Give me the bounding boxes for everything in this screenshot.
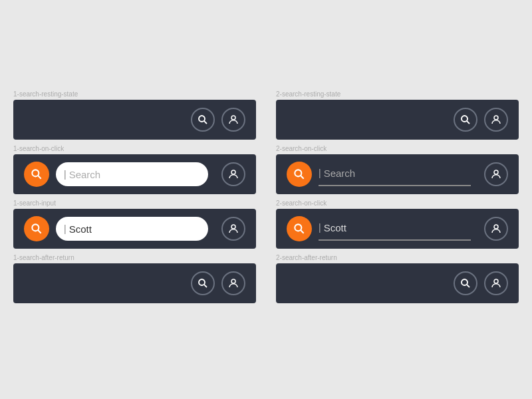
avatar-icon [227,277,239,289]
svg-point-6 [32,170,39,176]
svg-point-23 [494,279,498,283]
search-orange-btn-1-onclick[interactable] [24,162,49,187]
section-2-input: 2-search-on-click | Scott [276,200,519,249]
navbar-1-onclick: | Search [13,154,256,194]
avatar-icon-btn-2-onclick[interactable] [484,162,508,186]
section-2-resting: 2-search-resting-state [276,90,519,140]
search-icon [460,277,471,289]
search-input-1-typed[interactable]: | Scott [56,217,208,241]
input-value-1: Scott [69,223,92,235]
section-1-after-return: 1-search-after-return [13,254,256,303]
navbar-1-input: | Scott [13,209,256,249]
placeholder-2-onclick: Search [324,168,356,179]
section-label-1-after-return: 1-search-after-return [13,254,256,261]
search-icon-btn-2-resting[interactable] [454,108,477,132]
navbar-2-after-return [276,263,519,303]
search-icon [30,168,43,181]
search-icon-btn-2-after[interactable] [454,271,477,295]
input-value-2: Scott [324,222,346,233]
svg-line-10 [301,176,304,179]
search-orange-btn-2-input[interactable] [287,216,312,241]
svg-point-21 [462,279,467,285]
search-orange-btn-1-input[interactable] [24,216,49,241]
section-label-2-after-return: 2-search-after-return [276,254,519,261]
resting-icons-1 [184,108,245,132]
svg-point-9 [295,170,301,176]
svg-point-15 [295,224,301,231]
avatar-icon-btn-1-after[interactable] [221,271,245,295]
avatar-icon [490,114,502,126]
svg-point-8 [231,170,235,174]
svg-point-18 [199,279,205,285]
svg-point-11 [494,170,498,174]
svg-point-5 [494,116,498,120]
svg-line-13 [38,230,41,233]
avatar-icon-btn-2-after[interactable] [484,271,508,295]
avatar-icon [227,223,239,235]
section-label-1-input: 1-search-input [13,200,256,207]
svg-line-22 [467,285,469,287]
svg-line-16 [301,230,304,233]
section-label-1-onclick: 1-search-on-click [13,145,256,152]
navbar-2-onclick: | Search [276,154,519,194]
section-label-2-resting: 2-search-resting-state [276,90,519,98]
avatar-icon [490,223,502,235]
search-icon-btn-1-resting[interactable] [191,108,215,132]
resting-icons-2-after [447,271,508,295]
svg-line-1 [204,121,207,124]
resting-icons-1-after [184,271,245,295]
avatar-icon-btn-2-resting[interactable] [484,108,508,132]
search-icon [30,222,43,235]
placeholder-1-onclick: Search [69,169,101,180]
search-icon [197,114,209,126]
svg-point-0 [199,116,205,122]
navbar-2-input: | Scott [276,209,519,249]
svg-point-3 [462,116,467,122]
search-icon [197,277,209,289]
section-2-after-return: 2-search-after-return [276,254,519,303]
svg-line-19 [204,285,207,287]
section-label-2-input: 2-search-on-click [276,200,519,207]
avatar-icon-btn-1-input[interactable] [221,217,245,241]
search-icon-btn-1-after[interactable] [191,271,215,295]
avatar-icon [227,168,239,180]
avatar-icon [490,277,502,289]
cursor-1-input: | [64,223,66,234]
section-label-1-resting: 1-search-resting-state [13,90,256,98]
navbar-1-resting [13,100,256,140]
section-label-2-onclick: 2-search-on-click [276,145,519,152]
cursor-2-onclick: | [319,168,321,178]
cursor-2-input: | [319,222,321,233]
avatar-icon-btn-2-input[interactable] [484,217,508,241]
section-2-onclick: 2-search-on-click | Search [276,145,519,194]
section-1-onclick: 1-search-on-click | Search [13,145,256,194]
avatar-icon [227,114,239,126]
svg-point-17 [494,225,498,229]
avatar-icon [490,168,502,180]
navbar-1-after-return [13,263,256,303]
search-input-2-onclick[interactable]: | Search [319,162,471,186]
search-icon [293,168,306,181]
search-orange-btn-2-onclick[interactable] [287,162,312,187]
navbar-2-resting [276,100,519,140]
search-input-1-onclick[interactable]: | Search [56,162,208,186]
svg-point-12 [32,224,39,231]
svg-line-7 [38,176,41,179]
svg-point-2 [231,116,235,120]
section-1-input: 1-search-input | Scott [13,200,256,249]
avatar-icon-btn-1-onclick[interactable] [221,162,245,186]
resting-icons-2 [447,108,508,132]
cursor-1-onclick: | [64,169,66,180]
search-icon [460,114,471,126]
svg-line-4 [467,121,469,124]
svg-point-14 [231,225,235,229]
svg-point-20 [231,279,235,283]
section-1-resting: 1-search-resting-state [13,90,256,140]
search-input-2-typed[interactable]: | Scott [319,217,471,241]
avatar-icon-btn-1-resting[interactable] [221,108,245,132]
search-icon [293,222,306,235]
main-container: 1-search-resting-state 2-searc [13,90,519,309]
